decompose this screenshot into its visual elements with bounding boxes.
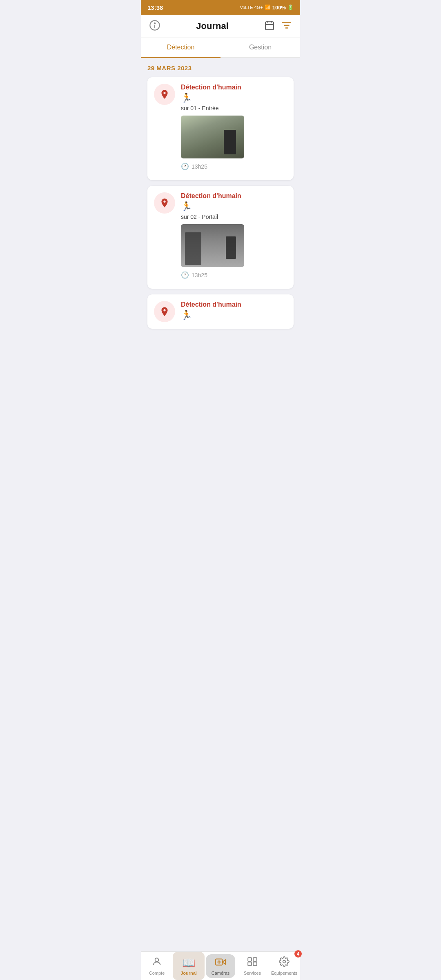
tabs: Détection Gestion	[141, 38, 300, 58]
running-icon: 🏃	[181, 201, 287, 212]
nav-item-journal[interactable]: 📖 Journal	[173, 952, 205, 956]
running-icon: 🏃	[181, 310, 287, 321]
header: Journal	[141, 15, 300, 38]
content-area: 29 MARS 2023 Détection d'humain 🏃 sur 01…	[141, 58, 300, 956]
battery-icon: 🔋	[287, 4, 294, 10]
nav-item-compte[interactable]: Compte	[141, 952, 173, 956]
status-bar: 13:38 VoLTE 4G+ 📶 100% 🔋	[141, 0, 300, 15]
event-title: Détection d'humain	[181, 301, 287, 308]
event-card[interactable]: Détection d'humain 🏃 sur 02 - Portail 🕐 …	[147, 186, 294, 289]
signal-icon: 📶	[265, 4, 271, 10]
event-card[interactable]: Détection d'humain 🏃	[147, 294, 294, 329]
status-time: 13:38	[147, 4, 163, 11]
svg-rect-3	[265, 22, 274, 30]
event-location: sur 02 - Portail	[181, 214, 287, 220]
tab-detection[interactable]: Détection	[141, 38, 220, 58]
event-card[interactable]: Détection d'humain 🏃 sur 01 - Entrée 🕐 1…	[147, 77, 294, 180]
filter-icon[interactable]	[281, 20, 292, 32]
event-location-icon	[154, 301, 175, 322]
event-thumbnail[interactable]	[181, 224, 244, 267]
event-location-icon	[154, 192, 175, 214]
event-title: Détection d'humain	[181, 84, 287, 91]
tab-gestion[interactable]: Gestion	[220, 38, 300, 57]
calendar-icon[interactable]	[264, 20, 275, 32]
nav-item-equipements[interactable]: Équipements 4	[268, 952, 300, 956]
bottom-nav: Compte 📖 Journal Caméras	[141, 951, 300, 956]
event-time: 🕐 13h25	[181, 163, 287, 170]
running-icon: 🏃	[181, 93, 287, 103]
page-title: Journal	[196, 21, 228, 31]
event-location: sur 01 - Entrée	[181, 105, 287, 111]
header-actions	[264, 20, 292, 32]
event-title: Détection d'humain	[181, 192, 287, 200]
svg-point-0	[154, 23, 155, 24]
nav-item-cameras[interactable]: Caméras	[205, 952, 236, 956]
date-header: 29 MARS 2023	[147, 65, 294, 71]
status-icons: VoLTE 4G+ 📶 100% 🔋	[240, 4, 294, 11]
event-location-icon	[154, 84, 175, 105]
event-time: 🕐 13h25	[181, 271, 287, 279]
event-thumbnail[interactable]	[181, 116, 244, 158]
info-icon[interactable]	[149, 20, 160, 33]
battery-text: 100%	[272, 4, 286, 11]
clock-icon: 🕐	[181, 271, 189, 279]
nav-item-services[interactable]: Services	[236, 952, 268, 956]
carrier-text: VoLTE 4G+	[240, 5, 263, 10]
equipment-badge: 4	[294, 950, 300, 956]
clock-icon: 🕐	[181, 163, 189, 170]
cameras-highlight: Caméras	[206, 954, 236, 956]
